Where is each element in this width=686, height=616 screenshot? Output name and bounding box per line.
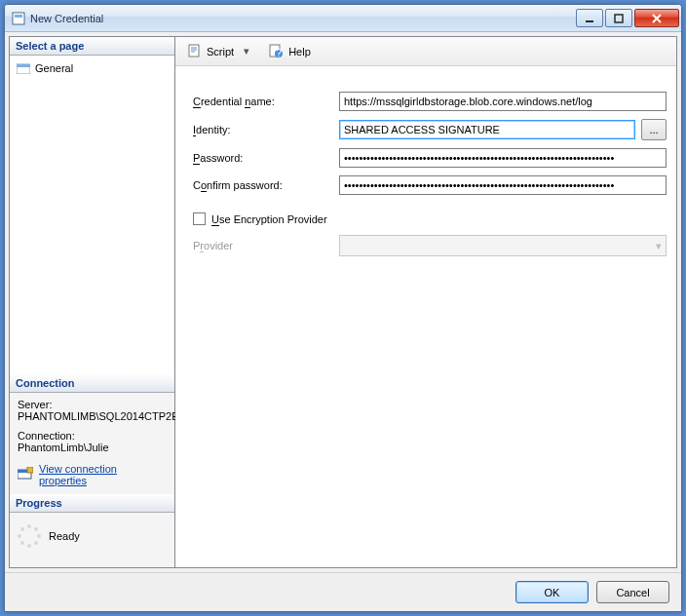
tree-item-label: General <box>35 62 73 74</box>
svg-rect-8 <box>27 467 33 473</box>
use-encryption-checkbox[interactable] <box>193 212 206 225</box>
connection-value: PhantomLimb\Julie <box>12 442 172 459</box>
use-encryption-row: Use Encryption Provider <box>193 212 667 225</box>
connection-header: Connection <box>10 374 174 393</box>
form: Credential name: Identity: ... Password:… <box>175 66 676 274</box>
credential-name-input[interactable] <box>339 92 667 111</box>
toolbar: Script ▾ ? Help <box>175 37 676 66</box>
right-panel: Script ▾ ? Help Credential name: <box>175 37 676 567</box>
page-tree: General <box>10 56 174 374</box>
chevron-down-icon: ▾ <box>656 240 662 252</box>
help-icon: ? <box>269 44 285 59</box>
left-panel: Select a page General Connection Server:… <box>10 37 175 567</box>
identity-browse-button[interactable]: ... <box>641 119 667 140</box>
app-icon <box>11 11 26 26</box>
svg-rect-9 <box>189 45 199 57</box>
connection-panel: Server: PHANTOMLIMB\SQL2014CTP2E Connect… <box>10 393 174 494</box>
client-area: Select a page General Connection Server:… <box>5 32 681 611</box>
minimize-button[interactable] <box>576 9 603 27</box>
page-icon <box>16 60 31 76</box>
credential-name-label: Credential name: <box>193 96 339 108</box>
ok-button[interactable]: OK <box>515 581 589 603</box>
svg-rect-1 <box>15 15 22 18</box>
progress-panel: Ready <box>10 513 174 567</box>
window-buttons <box>574 9 679 27</box>
progress-header: Progress <box>10 494 174 513</box>
script-label: Script <box>207 46 234 58</box>
close-button[interactable] <box>634 9 679 27</box>
svg-rect-3 <box>615 15 623 22</box>
confirm-password-label: Confirm password: <box>193 179 339 192</box>
dialog-window: New Credential Select a page General Co <box>4 4 682 612</box>
svg-rect-5 <box>17 64 30 67</box>
view-connection-row: View connection properties <box>12 459 172 490</box>
progress-state: Ready <box>49 530 80 542</box>
tree-item-general[interactable]: General <box>12 59 172 77</box>
cancel-button[interactable]: Cancel <box>596 581 669 603</box>
view-connection-properties-link[interactable]: View connection properties <box>39 463 167 486</box>
identity-label: Identity: <box>193 124 339 136</box>
script-icon <box>187 44 203 59</box>
maximize-button[interactable] <box>605 9 632 27</box>
server-value: PHANTOMLIMB\SQL2014CTP2E <box>12 410 172 428</box>
connection-label: Connection: <box>12 428 172 442</box>
provider-select: ▾ <box>339 235 667 256</box>
connection-props-icon <box>18 467 33 482</box>
window-title: New Credential <box>30 13 574 24</box>
confirm-password-input[interactable] <box>339 175 667 195</box>
titlebar[interactable]: New Credential <box>5 5 681 32</box>
progress-spinner-icon <box>18 524 41 548</box>
script-dropdown[interactable]: ▾ <box>242 45 251 58</box>
svg-text:?: ? <box>276 47 282 58</box>
use-encryption-label: Use Encryption Provider <box>211 213 327 225</box>
svg-rect-0 <box>13 13 24 24</box>
svg-rect-2 <box>586 20 593 22</box>
server-label: Server: <box>12 397 172 410</box>
password-input[interactable] <box>339 148 667 168</box>
select-page-header: Select a page <box>10 37 174 56</box>
help-button[interactable]: ? Help <box>265 42 315 61</box>
script-button[interactable]: Script <box>183 42 238 61</box>
dialog-footer: OK Cancel <box>5 572 681 611</box>
password-label: Password: <box>193 152 339 165</box>
provider-label: Provider <box>193 240 339 251</box>
help-label: Help <box>288 46 311 58</box>
main-area: Select a page General Connection Server:… <box>9 36 677 568</box>
identity-input[interactable] <box>339 120 635 139</box>
